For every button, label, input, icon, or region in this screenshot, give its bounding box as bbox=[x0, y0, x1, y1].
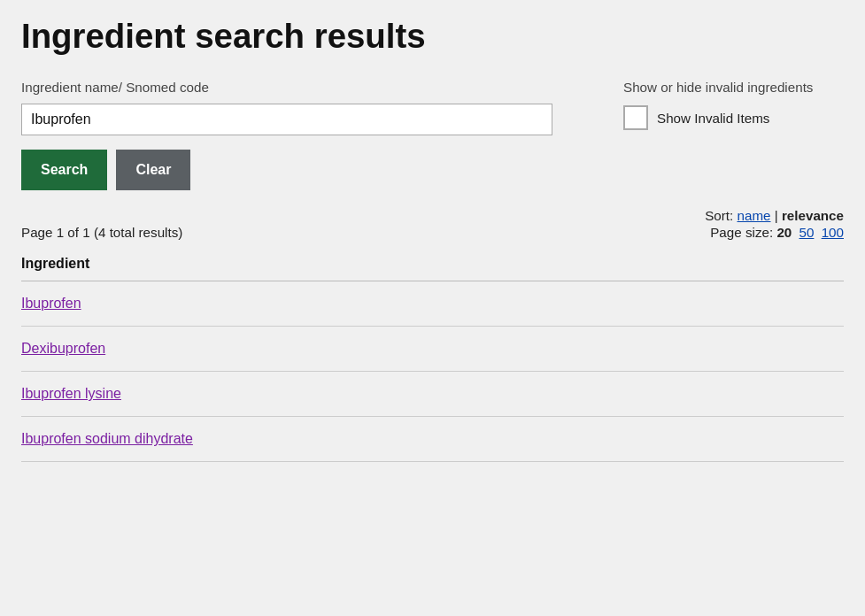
page-size-100-link[interactable]: 100 bbox=[822, 225, 844, 240]
ingredient-cell: Dexibuprofen bbox=[21, 327, 844, 372]
table-row: Dexibuprofen bbox=[21, 327, 844, 372]
search-input[interactable] bbox=[21, 104, 552, 135]
sort-by-name-link[interactable]: name bbox=[738, 208, 771, 223]
table-row: Ibuprofen sodium dihydrate bbox=[21, 417, 844, 462]
show-invalid-checkbox[interactable] bbox=[623, 105, 648, 130]
search-left: Ingredient name/ Snomed code Search Clea… bbox=[21, 80, 552, 190]
page-size-label: Page size: bbox=[710, 225, 773, 240]
ingredient-link[interactable]: Dexibuprofen bbox=[21, 341, 105, 356]
search-button[interactable]: Search bbox=[21, 150, 107, 190]
table-row: Ibuprofen bbox=[21, 281, 844, 327]
ingredient-link[interactable]: Ibuprofen bbox=[21, 296, 81, 311]
show-invalid-label: Show Invalid Items bbox=[657, 111, 769, 126]
invalid-toggle-label: Show or hide invalid ingredients bbox=[623, 80, 813, 95]
ingredient-link[interactable]: Ibuprofen sodium dihydrate bbox=[21, 431, 193, 446]
table-row: Ibuprofen lysine bbox=[21, 372, 844, 417]
clear-button[interactable]: Clear bbox=[116, 150, 190, 190]
search-right: Show or hide invalid ingredients Show In… bbox=[623, 80, 813, 130]
search-section: Ingredient name/ Snomed code Search Clea… bbox=[21, 80, 844, 190]
sort-label: Sort: bbox=[705, 208, 733, 223]
column-header-ingredient: Ingredient bbox=[21, 247, 844, 281]
results-table: Ingredient IbuprofenDexibuprofenIbuprofe… bbox=[21, 247, 844, 462]
ingredient-cell: Ibuprofen bbox=[21, 281, 844, 327]
sort-info: Sort: name | relevance Page size: 20 50 … bbox=[705, 208, 844, 240]
page-size-current: 20 bbox=[776, 225, 792, 240]
results-meta: Page 1 of 1 (4 total results) Sort: name… bbox=[21, 208, 844, 240]
button-row: Search Clear bbox=[21, 150, 552, 190]
ingredient-cell: Ibuprofen lysine bbox=[21, 372, 844, 417]
search-label: Ingredient name/ Snomed code bbox=[21, 80, 552, 95]
sort-relevance: relevance bbox=[782, 208, 844, 223]
ingredient-cell: Ibuprofen sodium dihydrate bbox=[21, 417, 844, 462]
page-info: Page 1 of 1 (4 total results) bbox=[21, 225, 182, 240]
ingredient-link[interactable]: Ibuprofen lysine bbox=[21, 386, 121, 401]
page-title: Ingredient search results bbox=[21, 18, 844, 55]
page-size-50-link[interactable]: 50 bbox=[799, 225, 815, 240]
sort-separator: | bbox=[775, 208, 782, 223]
invalid-row: Show Invalid Items bbox=[623, 105, 813, 130]
